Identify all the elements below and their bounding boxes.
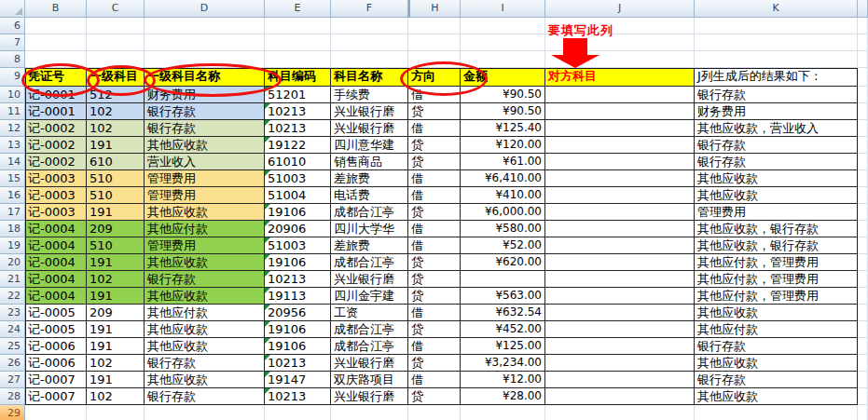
cell-J22[interactable] [545, 288, 695, 305]
cell-J28[interactable] [545, 388, 695, 405]
cell-D15[interactable]: 管理费用 [145, 170, 265, 187]
cell-L25[interactable] [858, 338, 868, 355]
cell-F27[interactable]: 双庆路项目 [331, 372, 408, 388]
cell-J21[interactable] [545, 271, 695, 288]
cell-J16[interactable] [545, 187, 695, 204]
row-header-25[interactable]: 25 [0, 338, 25, 355]
cell-D16[interactable]: 管理费用 [145, 187, 265, 204]
cell-K27[interactable]: 银行存款 [695, 372, 858, 388]
cell-F21[interactable]: 兴业银行磨 [331, 271, 408, 288]
cell-F8[interactable] [331, 51, 408, 68]
cell-K20[interactable]: 其他应付款，管理费用 [695, 254, 858, 271]
cell-E24[interactable]: 19106 [265, 321, 331, 338]
cell-B9[interactable]: 凭证号 [25, 68, 87, 87]
cell-B16[interactable]: 记-0003 [25, 187, 87, 204]
cell-E20[interactable]: 19106 [265, 254, 331, 271]
cell-F15[interactable]: 差旅费 [331, 170, 408, 187]
cell-L18[interactable] [858, 221, 868, 237]
cell-L14[interactable] [858, 154, 868, 170]
cell-B11[interactable]: 记-0001 [25, 103, 87, 120]
cell-K22[interactable]: 其他应付款，管理费用 [695, 288, 858, 305]
cell-F6[interactable] [331, 18, 408, 34]
column-header-E[interactable]: E [265, 0, 331, 18]
cell-D21[interactable]: 银行存款 [145, 271, 265, 288]
cell-E25[interactable]: 19106 [265, 338, 331, 355]
cell-E22[interactable]: 19113 [265, 288, 331, 305]
cell-B12[interactable]: 记-0002 [25, 120, 87, 137]
column-header-J[interactable]: J [545, 0, 695, 18]
cell-I7[interactable] [461, 34, 545, 51]
cell-D13[interactable]: 其他应收款 [145, 137, 265, 154]
cell-B18[interactable]: 记-0004 [25, 221, 87, 237]
cell-B19[interactable]: 记-0004 [25, 237, 87, 254]
cell-L8[interactable] [858, 51, 868, 68]
cell-F24[interactable]: 成都合江亭 [331, 321, 408, 338]
cell-E27[interactable]: 19147 [265, 372, 331, 388]
cell-H22[interactable]: 贷 [408, 288, 461, 305]
cell-D23[interactable]: 其他应付款 [145, 305, 265, 321]
cell-L22[interactable] [858, 288, 868, 305]
cell-C9[interactable]: 一级科目 [87, 68, 145, 87]
cell-I16[interactable]: ¥410.00 [461, 187, 545, 204]
cell-H24[interactable]: 贷 [408, 321, 461, 338]
cell-C13[interactable]: 191 [87, 137, 145, 154]
column-header-B[interactable]: B [25, 0, 87, 18]
cell-I26[interactable]: ¥3,234.00 [461, 355, 545, 372]
cell-C23[interactable]: 209 [87, 305, 145, 321]
cell-B27[interactable]: 记-0007 [25, 372, 87, 388]
cell-E7[interactable] [265, 34, 331, 51]
cell-F28[interactable]: 兴业银行磨 [331, 388, 408, 405]
row-header-20[interactable]: 20 [0, 254, 25, 271]
cell-I8[interactable] [461, 51, 545, 68]
cell-K26[interactable]: 其他应收款 [695, 355, 858, 372]
cell-D26[interactable]: 银行存款 [145, 355, 265, 372]
cell-J26[interactable] [545, 355, 695, 372]
cell-E23[interactable]: 20956 [265, 305, 331, 321]
cell-C27[interactable]: 191 [87, 372, 145, 388]
row-header-22[interactable]: 22 [0, 288, 25, 305]
cell-K19[interactable]: 其他应收款，银行存款 [695, 237, 858, 254]
cell-I29[interactable] [461, 405, 545, 420]
cell-I13[interactable]: ¥120.00 [461, 137, 545, 154]
cell-L28[interactable] [858, 388, 868, 405]
row-header-27[interactable]: 27 [0, 372, 25, 388]
cell-H9[interactable]: 方向 [408, 68, 461, 87]
cell-E8[interactable] [265, 51, 331, 68]
cell-D29[interactable] [145, 405, 265, 420]
cell-J15[interactable] [545, 170, 695, 187]
cell-D8[interactable] [145, 51, 265, 68]
cell-I19[interactable]: ¥52.00 [461, 237, 545, 254]
cell-H10[interactable]: 借 [408, 87, 461, 103]
cell-F17[interactable]: 成都合江亭 [331, 204, 408, 221]
cell-K7[interactable] [695, 34, 858, 51]
row-header-11[interactable]: 11 [0, 103, 25, 120]
cell-E21[interactable]: 10213 [265, 271, 331, 288]
cell-I17[interactable]: ¥6,000.00 [461, 204, 545, 221]
cell-L29[interactable] [858, 405, 868, 420]
cell-F26[interactable]: 兴业银行磨 [331, 355, 408, 372]
cell-K21[interactable]: 其他应付款，管理费用 [695, 271, 858, 288]
cell-L15[interactable] [858, 170, 868, 187]
cell-I22[interactable]: ¥563.00 [461, 288, 545, 305]
cell-B20[interactable]: 记-0004 [25, 254, 87, 271]
cell-I24[interactable]: ¥452.00 [461, 321, 545, 338]
cell-B29[interactable] [25, 405, 87, 420]
column-header-D[interactable]: D [145, 0, 265, 18]
cell-L16[interactable] [858, 187, 868, 204]
cell-H6[interactable] [408, 18, 461, 34]
cell-H7[interactable] [408, 34, 461, 51]
cell-I18[interactable]: ¥580.00 [461, 221, 545, 237]
cell-D6[interactable] [145, 18, 265, 34]
cell-B24[interactable]: 记-0005 [25, 321, 87, 338]
cell-I21[interactable] [461, 271, 545, 288]
cell-B17[interactable]: 记-0003 [25, 204, 87, 221]
cell-J25[interactable] [545, 338, 695, 355]
cell-C14[interactable]: 610 [87, 154, 145, 170]
cell-J20[interactable] [545, 254, 695, 271]
cell-K8[interactable] [695, 51, 858, 68]
cell-F20[interactable]: 成都合江亭 [331, 254, 408, 271]
cell-K28[interactable]: 其他应收款 [695, 388, 858, 405]
row-header-19[interactable]: 19 [0, 237, 25, 254]
cell-L12[interactable] [858, 120, 868, 137]
cell-B10[interactable]: 记-0001 [25, 87, 87, 103]
